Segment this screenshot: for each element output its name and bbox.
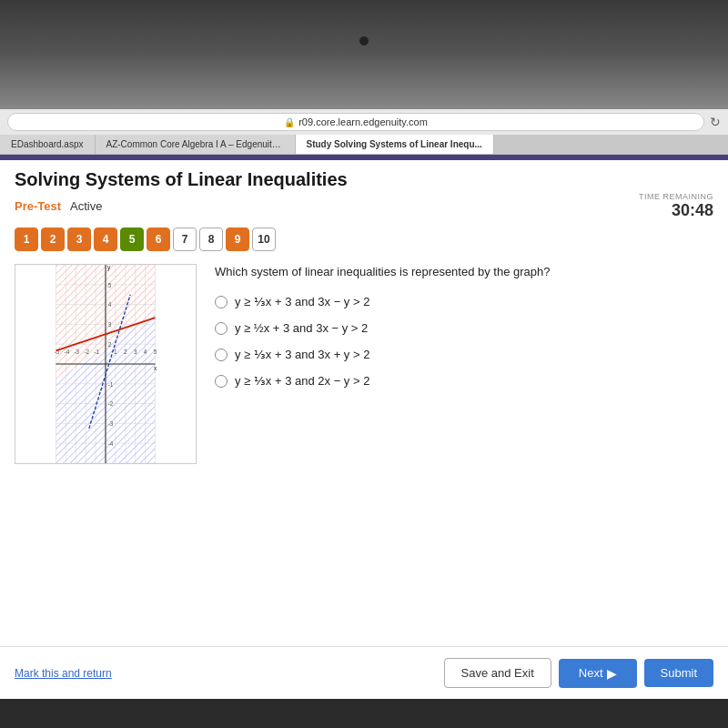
- graph-svg: x y -5 -4 -3 -2 -1 1 2 3 4 5 5 4 3: [15, 265, 196, 463]
- q-num-9[interactable]: 9: [226, 228, 249, 251]
- page-header-bar: [0, 155, 728, 160]
- question-numbers-row: 1 2 3 4 5 6 7 8 9 10: [15, 228, 713, 251]
- page-title: Solving Systems of Linear Inequalities: [15, 169, 713, 190]
- q-num-4[interactable]: 4: [94, 228, 117, 251]
- time-remaining-value: 30:48: [639, 201, 713, 220]
- svg-text:y: y: [107, 265, 111, 271]
- question-area: Which system of linear inequalities is r…: [215, 264, 713, 464]
- browser-tabs: EDashboard.aspx AZ-Common Core Algebra I…: [0, 135, 728, 154]
- tab-algebra[interactable]: AZ-Common Core Algebra I A – Edgenuity.c…: [96, 135, 296, 154]
- q-num-6[interactable]: 6: [147, 228, 170, 251]
- refresh-button[interactable]: ↻: [710, 115, 721, 129]
- option-c[interactable]: y ≥ ⅓x + 3 and 3x + y > 2: [215, 348, 713, 361]
- q-num-8[interactable]: 8: [199, 228, 223, 251]
- pre-test-label: Pre-Test: [15, 199, 61, 213]
- svg-text:-2: -2: [108, 400, 114, 407]
- time-remaining-label: TIME REMAINING: [639, 192, 713, 201]
- svg-text:-4: -4: [108, 440, 114, 447]
- svg-text:-1: -1: [108, 381, 114, 388]
- active-label: Active: [70, 199, 102, 213]
- tablet-top-bezel: [0, 0, 728, 109]
- svg-text:x: x: [154, 364, 157, 372]
- camera-dot: [359, 36, 369, 46]
- next-label: Next: [579, 666, 603, 680]
- graph-container: x y -5 -4 -3 -2 -1 1 2 3 4 5 5 4 3: [15, 264, 197, 464]
- bottom-action-bar: Mark this and return Save and Exit Next …: [0, 646, 728, 699]
- q-num-7[interactable]: 7: [173, 228, 197, 251]
- submit-button[interactable]: Submit: [644, 659, 713, 687]
- browser-chrome: 🔒 r09.core.learn.edgenuity.com ↻ EDashbo…: [0, 109, 728, 155]
- buttons-row: Save and Exit Next ▶ Submit: [444, 658, 713, 688]
- q-num-10[interactable]: 10: [252, 228, 276, 251]
- svg-text:5: 5: [154, 349, 157, 355]
- radio-c[interactable]: [215, 349, 228, 361]
- radio-a[interactable]: [215, 296, 228, 308]
- q-num-1[interactable]: 1: [15, 228, 38, 251]
- main-content: Solving Systems of Linear Inequalities P…: [0, 155, 728, 646]
- svg-text:-3: -3: [74, 349, 79, 355]
- svg-text:-2: -2: [84, 349, 89, 355]
- option-b-text: y ≥ ½x + 3 and 3x − y > 2: [235, 321, 368, 335]
- question-text: Which system of linear inequalities is r…: [215, 264, 713, 280]
- option-d[interactable]: y ≥ ⅓x + 3 and 2x − y > 2: [215, 374, 713, 388]
- svg-text:4: 4: [108, 301, 112, 308]
- lock-icon: 🔒: [284, 117, 295, 127]
- radio-d[interactable]: [215, 375, 228, 388]
- option-c-text: y ≥ ⅓x + 3 and 3x + y > 2: [235, 348, 369, 361]
- option-b[interactable]: y ≥ ½x + 3 and 3x − y > 2: [215, 321, 713, 335]
- address-bar-row: 🔒 r09.core.learn.edgenuity.com ↻: [0, 109, 728, 135]
- graph-canvas: x y -5 -4 -3 -2 -1 1 2 3 4 5 5 4 3: [15, 264, 197, 464]
- q-num-2[interactable]: 2: [41, 228, 65, 251]
- svg-text:4: 4: [144, 349, 147, 355]
- q-num-5[interactable]: 5: [120, 228, 144, 251]
- svg-text:-4: -4: [65, 349, 70, 355]
- svg-text:1: 1: [114, 349, 117, 355]
- option-a-text: y ≥ ⅓x + 3 and 3x − y > 2: [235, 295, 369, 308]
- pre-test-row: Pre-Test Active TIME REMAINING 30:48: [15, 192, 713, 220]
- radio-b[interactable]: [215, 322, 228, 335]
- svg-text:3: 3: [108, 321, 112, 328]
- option-d-text: y ≥ ⅓x + 3 and 2x − y > 2: [235, 374, 369, 388]
- save-exit-button[interactable]: Save and Exit: [444, 658, 551, 688]
- next-button[interactable]: Next ▶: [559, 659, 637, 688]
- svg-text:-3: -3: [108, 420, 114, 427]
- svg-text:2: 2: [124, 349, 127, 355]
- mark-return-link[interactable]: Mark this and return: [15, 667, 112, 680]
- tab-study[interactable]: Study Solving Systems of Linear Inequ...: [296, 135, 494, 154]
- content-area: x y -5 -4 -3 -2 -1 1 2 3 4 5 5 4 3: [15, 264, 713, 464]
- option-a[interactable]: y ≥ ⅓x + 3 and 3x − y > 2: [215, 295, 713, 308]
- svg-text:3: 3: [134, 349, 137, 355]
- svg-text:2: 2: [108, 341, 112, 348]
- q-num-3[interactable]: 3: [67, 228, 91, 251]
- address-text: r09.core.learn.edgenuity.com: [298, 116, 428, 127]
- time-remaining-display: TIME REMAINING 30:48: [639, 192, 713, 220]
- tab-edashboard[interactable]: EDashboard.aspx: [0, 135, 96, 154]
- svg-text:5: 5: [108, 282, 112, 288]
- next-arrow-icon: ▶: [607, 666, 617, 681]
- svg-text:-1: -1: [94, 349, 99, 355]
- address-bar[interactable]: 🔒 r09.core.learn.edgenuity.com: [7, 113, 704, 131]
